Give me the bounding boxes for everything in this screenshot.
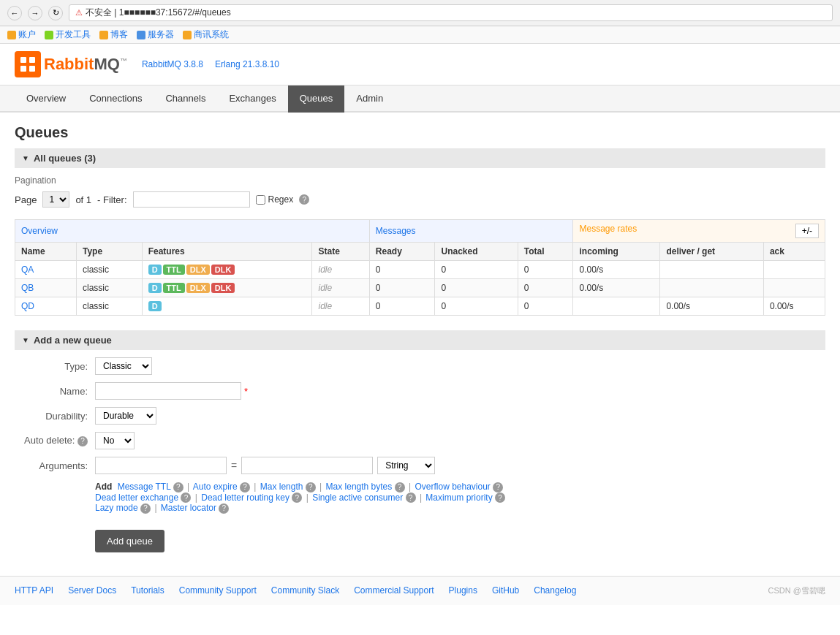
dlk-help[interactable]: ? <box>292 493 302 503</box>
svg-rect-4 <box>29 66 35 72</box>
overflow-help[interactable]: ? <box>493 482 503 493</box>
footer-community-slack[interactable]: Community Slack <box>271 585 339 596</box>
lazy-mode-help[interactable]: ? <box>140 503 151 514</box>
add-queue-button[interactable]: Add queue <box>95 530 164 552</box>
col-state: State <box>312 243 369 261</box>
bookmark-blog[interactable]: 博客 <box>99 28 128 41</box>
back-button[interactable]: ← <box>7 6 22 20</box>
queue-total: 0 <box>518 297 573 316</box>
table-row[interactable]: QDclassicDidle0000.00/s0.00/s <box>15 297 825 316</box>
dlx-help[interactable]: ? <box>181 493 191 503</box>
reload-button[interactable]: ↻ <box>48 6 63 20</box>
bookmark-icon <box>137 31 145 39</box>
footer-http-api[interactable]: HTTP API <box>15 585 53 596</box>
auto-delete-select[interactable]: No Yes <box>95 432 135 449</box>
max-length-link[interactable]: Max length <box>260 482 303 492</box>
all-queues-section-header[interactable]: ▼ All queues (3) <box>15 148 825 168</box>
nav-connections[interactable]: Connections <box>77 85 154 113</box>
queue-name-link[interactable]: QA <box>21 265 34 275</box>
rabbitmq-version: RabbitMQ 3.8.8 <box>142 59 203 69</box>
col-name: Name <box>15 243 77 261</box>
nav-exchanges[interactable]: Exchanges <box>217 85 287 113</box>
table-row[interactable]: QAclassicDTTLDLXDLKidle0000.00/s <box>15 261 825 279</box>
queue-ready: 0 <box>369 297 435 316</box>
durability-select[interactable]: Durable Transient <box>95 407 156 425</box>
args-inputs: = String Number Boolean <box>95 457 435 474</box>
forward-button[interactable]: → <box>28 6 42 20</box>
queue-features: DTTLDLXDLK <box>142 261 312 279</box>
dlk-link[interactable]: Dead letter routing key <box>201 493 290 503</box>
footer-server-docs[interactable]: Server Docs <box>68 585 116 596</box>
svg-rect-3 <box>20 66 26 72</box>
queue-features: DTTLDLXDLK <box>142 279 312 297</box>
bookmark-server[interactable]: 服务器 <box>137 28 174 41</box>
type-select[interactable]: Classic Quorum <box>95 357 152 375</box>
footer-github[interactable]: GitHub <box>492 585 519 596</box>
col-group-messages: Messages <box>369 220 573 243</box>
queue-deliver-get: 0.00/s <box>660 297 764 316</box>
mq-text: MQ <box>94 55 119 73</box>
pm-button[interactable]: +/- <box>795 224 819 238</box>
bookmark-icon <box>45 31 53 39</box>
queue-unacked: 0 <box>435 261 518 279</box>
dlx-link[interactable]: Dead letter exchange <box>95 493 178 503</box>
master-locator-help[interactable]: ? <box>219 503 229 514</box>
args-type-select[interactable]: String Number Boolean <box>377 457 435 474</box>
sac-link[interactable]: Single active consumer <box>312 493 403 503</box>
auto-expire-link[interactable]: Auto expire <box>193 482 238 492</box>
name-input[interactable] <box>95 382 241 400</box>
regex-help-icon[interactable]: ? <box>299 194 309 205</box>
msg-ttl-link[interactable]: Message TTL <box>118 482 171 492</box>
bookmark-devtools[interactable]: 开发工具 <box>45 28 91 41</box>
col-deliver-get: deliver / get <box>660 243 764 261</box>
max-priority-link[interactable]: Maximum priority <box>425 493 492 503</box>
regex-label[interactable]: Regex <box>256 194 294 205</box>
sac-help[interactable]: ? <box>406 493 416 503</box>
nav-admin[interactable]: Admin <box>344 85 395 113</box>
args-val-input[interactable] <box>241 457 373 474</box>
bookmark-account[interactable]: 账户 <box>7 28 36 41</box>
regex-checkbox[interactable] <box>256 195 265 205</box>
filter-input[interactable] <box>133 191 250 208</box>
auto-expire-help[interactable]: ? <box>240 482 250 493</box>
arguments-row: Arguments: = String Number Boolean <box>15 457 825 474</box>
footer-commercial-support[interactable]: Commercial Support <box>354 585 434 596</box>
footer-changelog[interactable]: Changelog <box>534 585 576 596</box>
page-select[interactable]: 1 <box>42 191 69 208</box>
footer-plugins[interactable]: Plugins <box>449 585 477 596</box>
max-length-bytes-help[interactable]: ? <box>395 482 405 493</box>
overflow-link[interactable]: Overflow behaviour <box>415 482 490 492</box>
footer-tutorials[interactable]: Tutorials <box>131 585 164 596</box>
nav-channels[interactable]: Channels <box>154 85 217 113</box>
auto-delete-row: Auto delete: ? No Yes <box>15 432 825 449</box>
queue-deliver-get <box>660 279 764 297</box>
name-required: * <box>244 386 248 397</box>
queue-name-link[interactable]: QD <box>21 301 34 311</box>
queue-deliver-get <box>660 261 764 279</box>
nav-queues[interactable]: Queues <box>288 85 345 113</box>
max-priority-help[interactable]: ? <box>495 493 505 503</box>
queue-table: Overview Messages Message rates +/- Name… <box>15 219 825 316</box>
queue-incoming <box>573 297 660 316</box>
queue-features: D <box>142 297 312 316</box>
queue-state: idle <box>318 301 332 311</box>
max-length-bytes-link[interactable]: Max length bytes <box>326 482 393 492</box>
add-queue-section-header[interactable]: ▼ Add a new queue <box>15 330 825 350</box>
master-locator-link[interactable]: Master locator <box>161 503 216 513</box>
section-arrow-icon: ▼ <box>22 154 29 162</box>
footer-community-support[interactable]: Community Support <box>179 585 257 596</box>
address-bar[interactable]: ⚠ 不安全 | 1■■■■■■37:15672/#/queues <box>69 4 833 21</box>
add-queue-btn-wrapper: Add queue <box>95 522 825 552</box>
all-queues-label: All queues (3) <box>34 153 96 164</box>
msg-ttl-help[interactable]: ? <box>173 482 183 493</box>
table-row[interactable]: QBclassicDTTLDLXDLKidle0000.00/s <box>15 279 825 297</box>
auto-delete-help-icon[interactable]: ? <box>77 436 88 446</box>
args-key-input[interactable] <box>95 457 227 474</box>
max-length-help[interactable]: ? <box>306 482 316 493</box>
bookmark-news[interactable]: 商讯系统 <box>183 28 229 41</box>
lazy-mode-link[interactable]: Lazy mode <box>95 503 138 513</box>
feature-tag-d: D <box>148 265 162 275</box>
queue-name-link[interactable]: QB <box>21 283 34 293</box>
feature-tag-ttl: TTL <box>163 265 185 275</box>
nav-overview[interactable]: Overview <box>15 85 77 113</box>
